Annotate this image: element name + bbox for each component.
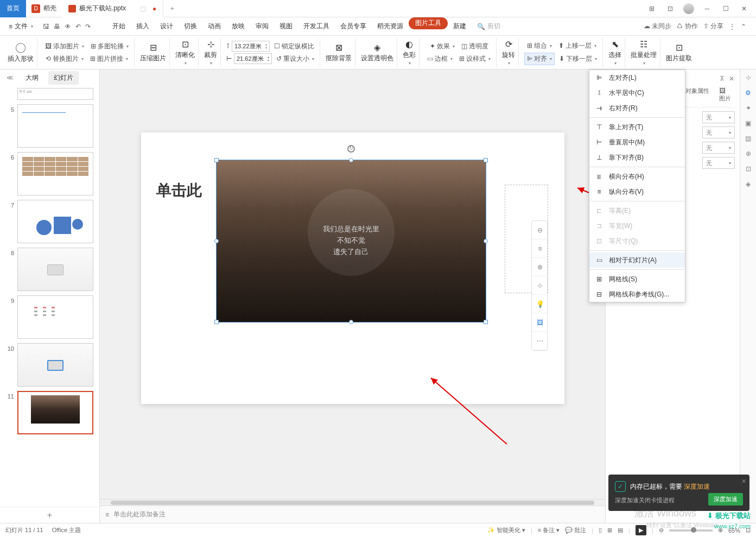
tab-member[interactable]: 会员专享 — [335, 17, 372, 36]
redo-icon[interactable]: ↷ — [85, 23, 91, 30]
extract-button[interactable]: ⊡图片提取 — [666, 42, 692, 63]
title-placeholder[interactable]: 单击此 — [156, 180, 202, 201]
align-vcenter[interactable]: ⊢垂直居中(M) — [589, 135, 685, 150]
play-button[interactable]: ▶ — [636, 525, 646, 535]
more-icon[interactable]: ⋮ — [729, 23, 735, 30]
grid-guides[interactable]: ⊟网格线和参考线(G)... — [589, 287, 685, 302]
share-button[interactable]: ⇧ 分享 — [703, 22, 723, 31]
height-input[interactable]: 21.62厘米▴▾ — [234, 53, 272, 64]
sb-icon-6[interactable]: ⊕ — [746, 150, 751, 157]
notes-button[interactable]: ≡ 备注 ▾ — [538, 526, 560, 534]
dist-v[interactable]: ≡纵向分布(V) — [589, 184, 685, 199]
multi-outline-button[interactable]: ⊞多图轮播▾ — [88, 41, 131, 52]
handle-ne[interactable] — [484, 158, 488, 162]
sb-icon-3[interactable]: ✦ — [746, 104, 751, 112]
handle-nw[interactable] — [214, 158, 219, 162]
sb-icon-7[interactable]: ⊡ — [746, 165, 751, 173]
image-splice-button[interactable]: ⊞图片拼接▾ — [88, 53, 130, 65]
tab-start[interactable]: 开始 — [107, 17, 131, 36]
tab-daoke[interactable]: D 稻壳 — [26, 0, 62, 17]
print-icon[interactable]: 🖶 — [54, 23, 60, 30]
horizontal-scrollbar[interactable] — [100, 499, 605, 506]
notif-action-button[interactable]: 深度加速 — [708, 493, 743, 506]
obj-attr-tab[interactable]: 对象属性 — [685, 87, 709, 103]
tab-view[interactable]: 视图 — [274, 17, 298, 36]
tab-review[interactable]: 审阅 — [250, 17, 274, 36]
tab-dev[interactable]: 开发工具 — [298, 17, 335, 36]
notes-bar[interactable]: ≡ 单击此处添加备注 — [100, 506, 605, 523]
file-menu[interactable]: ≡ 文件 ▾ — [4, 22, 37, 31]
tab-file[interactable]: 极光下载站.pptx ▢ ● — [62, 0, 163, 17]
view-sorter-icon[interactable]: ⊞ — [607, 527, 612, 534]
reset-size-button[interactable]: ↺重设大小▾ — [274, 53, 316, 65]
zoom-slider[interactable] — [669, 529, 713, 532]
lock-ratio-check[interactable]: ☐ 锁定纵横比 — [272, 41, 316, 52]
tab-new[interactable]: 新建 — [448, 17, 472, 36]
rel-slide[interactable]: ▭相对于幻灯片(A) — [589, 252, 685, 268]
prop-select-2[interactable]: 无▾ — [702, 127, 735, 138]
handle-n[interactable] — [349, 158, 353, 162]
tab-add[interactable]: + — [163, 0, 181, 17]
add-slide-button[interactable]: + — [0, 507, 99, 523]
slide-thumb-10[interactable]: 10 — [4, 343, 95, 387]
image-tab[interactable]: 🖼图片 — [719, 87, 731, 103]
view-reading-icon[interactable]: ▤ — [618, 527, 623, 534]
search-box[interactable]: 🔍 剪切 — [473, 22, 505, 31]
slide-canvas[interactable]: 单击此 我们总是在时光里 不知不觉 遗失了自己 — [141, 132, 564, 404]
align-top[interactable]: ⊤靠上对齐(T) — [589, 119, 685, 135]
insert-shape-button[interactable]: ◯ 插入形状 — [8, 41, 34, 64]
beautify-button[interactable]: ✨ 智能美化 ▾ — [487, 526, 525, 534]
tab-slideshow[interactable]: 放映 — [226, 17, 250, 36]
sync-status[interactable]: ☁ 未同步 — [644, 22, 671, 31]
clarity-button[interactable]: ⊡清晰化▾ — [175, 39, 195, 66]
pin-icon[interactable]: ⊼ — [720, 75, 725, 83]
notif-close-icon[interactable]: ✕ — [741, 478, 746, 485]
canvas-scroll[interactable]: 单击此 我们总是在时光里 不知不觉 遗失了自己 — [100, 70, 605, 499]
handle-e[interactable] — [484, 239, 488, 243]
collapse-ribbon-icon[interactable]: ⌃ — [741, 23, 746, 30]
crop-button[interactable]: ⊹裁剪▾ — [204, 39, 217, 66]
prop-select-4[interactable]: 无▾ — [702, 157, 735, 169]
image-tools-icon[interactable]: 🖼 — [532, 313, 548, 332]
effect-button[interactable]: ✦效果▾ — [428, 41, 457, 52]
tab-picture-tools[interactable]: 图片工具 — [409, 17, 448, 29]
zoom-out-icon[interactable]: ⊖ — [532, 221, 548, 239]
slides-tab[interactable]: 幻灯片 — [48, 71, 79, 85]
rotation-handle[interactable] — [347, 145, 355, 153]
move-up-button[interactable]: ⬆上移一层▾ — [556, 40, 599, 52]
panel-icon[interactable]: ⊞ — [644, 2, 659, 15]
align-bottom[interactable]: ⊥靠下对齐(B) — [589, 150, 685, 165]
prop-select-1[interactable]: 无▾ — [702, 111, 735, 123]
handle-w[interactable] — [214, 239, 219, 243]
sb-icon-4[interactable]: ▣ — [745, 119, 751, 127]
zoom-in-icon[interactable]: ⊕ — [532, 258, 548, 276]
remove-bg-button[interactable]: ⊠抠除背景 — [326, 42, 352, 63]
align-button[interactable]: ⊫对齐▾ — [524, 53, 555, 65]
slide-thumb-9[interactable]: 9 — [4, 295, 95, 339]
select-button[interactable]: ⬉选择▾ — [608, 39, 621, 66]
slides-list[interactable]: 尺寸 100 5 6 7 8 9 10 11 — [0, 86, 99, 507]
hscroll-thumb[interactable] — [111, 501, 594, 505]
undo-icon[interactable]: ↶ — [75, 23, 81, 30]
dist-h[interactable]: ⫼横向分布(H) — [589, 169, 685, 184]
preview-icon[interactable]: 👁 — [65, 23, 71, 30]
avatar-icon[interactable] — [681, 2, 696, 15]
idea-icon[interactable]: 💡 — [532, 295, 548, 313]
panel-collapse-icon[interactable]: ≪ — [4, 72, 16, 84]
sb-icon-1[interactable]: ⊹ — [746, 74, 751, 81]
prop-select-3[interactable]: 无▾ — [702, 142, 735, 154]
align-hcenter[interactable]: ⫱水平居中(C) — [589, 85, 685, 100]
slide-thumb-4[interactable]: 尺寸 100 — [4, 88, 95, 100]
tab-insert[interactable]: 插入 — [131, 17, 155, 36]
compress-button[interactable]: ⊟压缩图片 — [140, 42, 166, 63]
handle-s[interactable] — [349, 320, 353, 324]
transparency-button[interactable]: ◫透明度 — [459, 41, 491, 52]
align-right[interactable]: ⫣右对齐(R) — [589, 100, 685, 116]
coop-button[interactable]: ♺ 协作 — [677, 22, 697, 31]
outline-tab[interactable]: 大纲 — [20, 71, 44, 85]
move-down-button[interactable]: ⬇下移一层▾ — [557, 53, 599, 65]
view-normal-icon[interactable]: ▯ — [599, 527, 602, 534]
sb-icon-2[interactable]: ⚙ — [745, 89, 751, 97]
sb-icon-8[interactable]: ◈ — [746, 180, 751, 188]
slide-thumb-11[interactable]: 11 — [4, 391, 95, 434]
